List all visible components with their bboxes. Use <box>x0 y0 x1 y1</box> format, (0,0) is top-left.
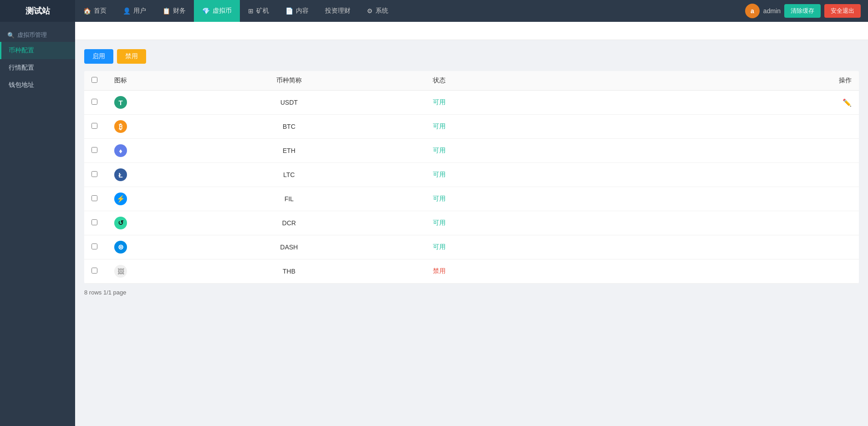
select-all-checkbox[interactable] <box>91 77 97 83</box>
col-status: 状态 <box>426 71 517 91</box>
row-checkbox-cell <box>84 163 107 187</box>
row-checkbox-5[interactable] <box>91 195 97 201</box>
row-checkbox-2[interactable] <box>91 123 97 129</box>
row-action-cell <box>517 139 859 163</box>
status-badge: 可用 <box>433 195 446 202</box>
sidebar-item-coin-config[interactable]: 币种配置 <box>0 42 75 59</box>
row-checkbox-cell <box>84 115 107 139</box>
table-row: ₿ BTC 可用 <box>84 115 859 139</box>
sidebar-search-icon: 🔍 <box>7 32 15 39</box>
nav-mining[interactable]: ⊞ 矿机 <box>240 0 277 22</box>
main-container: 🔍 虚拟币管理 币种配置 行情配置 钱包地址 启用 禁用 <box>0 22 868 426</box>
coin-icon-fil: ⚡ <box>114 193 127 205</box>
pagination-info: 8 rows 1/1 page <box>84 284 859 296</box>
coin-name: DASH <box>280 243 298 251</box>
row-name-cell: FIL <box>152 187 426 211</box>
row-checkbox-3[interactable] <box>91 147 97 153</box>
table-row: ⊜ DASH 可用 <box>84 235 859 259</box>
row-status-cell: 可用 <box>426 187 517 211</box>
table-row: 🖼 THB 禁用 <box>84 259 859 284</box>
table-row: ⚡ FIL 可用 <box>84 187 859 211</box>
row-checkbox-cell <box>84 211 107 235</box>
row-checkbox-7[interactable] <box>91 243 97 249</box>
table-header-row: 图标 币种简称 状态 操作 <box>84 71 859 91</box>
row-icon-cell: ⊜ <box>107 235 152 259</box>
row-action-cell <box>517 235 859 259</box>
row-icon-cell: ♦ <box>107 139 152 163</box>
coin-name: LTC <box>283 171 294 178</box>
logout-button[interactable]: 安全退出 <box>824 4 861 18</box>
row-checkbox-8[interactable] <box>91 268 97 274</box>
avatar: a <box>745 4 760 18</box>
coin-name: USDT <box>280 99 298 106</box>
row-checkbox-4[interactable] <box>91 171 97 177</box>
row-status-cell: 可用 <box>426 91 517 115</box>
enable-button[interactable]: 启用 <box>84 49 113 64</box>
content-inner: 启用 禁用 图标 币种简称 <box>75 40 868 305</box>
header-right: a admin 清除缓存 安全退出 <box>745 4 868 18</box>
edit-button-1[interactable]: ✏️ <box>843 98 852 107</box>
finance-icon: 📋 <box>162 7 170 15</box>
row-action-cell <box>517 211 859 235</box>
row-name-cell: ETH <box>152 139 426 163</box>
table-row: Ł LTC 可用 <box>84 163 859 187</box>
row-name-cell: LTC <box>152 163 426 187</box>
coin-name: BTC <box>283 123 295 130</box>
virtual-icon: 💎 <box>202 7 210 15</box>
row-action-cell <box>517 187 859 211</box>
row-name-cell: BTC <box>152 115 426 139</box>
nav-system[interactable]: ⚙ 系统 <box>359 0 396 22</box>
row-status-cell: 可用 <box>426 235 517 259</box>
content-icon: 📄 <box>285 7 293 15</box>
action-bar: 启用 禁用 <box>84 49 859 64</box>
row-icon-cell: ⚡ <box>107 187 152 211</box>
admin-name: admin <box>763 7 781 15</box>
coin-name: ETH <box>283 147 295 154</box>
row-name-cell: THB <box>152 259 426 284</box>
row-checkbox-cell <box>84 91 107 115</box>
header: 测试站 🏠 首页 👤 用户 📋 财务 💎 虚拟币 ⊞ 矿机 <box>0 0 868 22</box>
row-checkbox-cell <box>84 259 107 284</box>
main-nav: 🏠 首页 👤 用户 📋 财务 💎 虚拟币 ⊞ 矿机 📄 内容 <box>75 0 396 22</box>
system-icon: ⚙ <box>367 7 373 15</box>
row-action-cell <box>517 163 859 187</box>
coin-icon-eth: ♦ <box>114 144 127 157</box>
row-icon-cell: 🖼 <box>107 259 152 284</box>
sidebar: 🔍 虚拟币管理 币种配置 行情配置 钱包地址 <box>0 22 75 426</box>
header-left: 测试站 🏠 首页 👤 用户 📋 财务 💎 虚拟币 ⊞ 矿机 <box>0 0 396 22</box>
coin-icon-thb: 🖼 <box>114 265 127 278</box>
breadcrumb <box>75 22 868 40</box>
coin-table: 图标 币种简称 状态 操作 <box>84 71 859 284</box>
status-badge: 禁用 <box>433 267 446 274</box>
status-badge: 可用 <box>433 122 446 130</box>
nav-virtual[interactable]: 💎 虚拟币 <box>194 0 240 22</box>
disable-button[interactable]: 禁用 <box>117 49 146 64</box>
nav-invest[interactable]: 投资理财 <box>317 0 359 22</box>
sidebar-item-market-config[interactable]: 行情配置 <box>0 59 75 76</box>
col-checkbox <box>84 71 107 91</box>
sidebar-item-wallet-address[interactable]: 钱包地址 <box>0 76 75 94</box>
row-icon-cell: ↺ <box>107 211 152 235</box>
nav-content[interactable]: 📄 内容 <box>277 0 317 22</box>
row-action-cell <box>517 115 859 139</box>
col-icon: 图标 <box>107 71 152 91</box>
col-name: 币种简称 <box>152 71 426 91</box>
row-action-cell: ✏️ <box>517 91 859 115</box>
nav-user[interactable]: 👤 用户 <box>115 0 154 22</box>
row-checkbox-cell <box>84 139 107 163</box>
site-logo: 测试站 <box>0 0 75 22</box>
nav-finance[interactable]: 📋 财务 <box>154 0 194 22</box>
row-icon-cell: ₿ <box>107 115 152 139</box>
row-name-cell: DCR <box>152 211 426 235</box>
row-name-cell: DASH <box>152 235 426 259</box>
coin-name: FIL <box>284 195 294 203</box>
table-row: ♦ ETH 可用 <box>84 139 859 163</box>
row-checkbox-6[interactable] <box>91 219 97 225</box>
row-checkbox-1[interactable] <box>91 99 97 105</box>
clear-cache-button[interactable]: 清除缓存 <box>784 4 821 18</box>
coin-name: THB <box>283 268 295 275</box>
table-row: ↺ DCR 可用 <box>84 211 859 235</box>
coin-name: DCR <box>282 219 296 227</box>
mining-icon: ⊞ <box>248 7 254 15</box>
nav-home[interactable]: 🏠 首页 <box>75 0 115 22</box>
